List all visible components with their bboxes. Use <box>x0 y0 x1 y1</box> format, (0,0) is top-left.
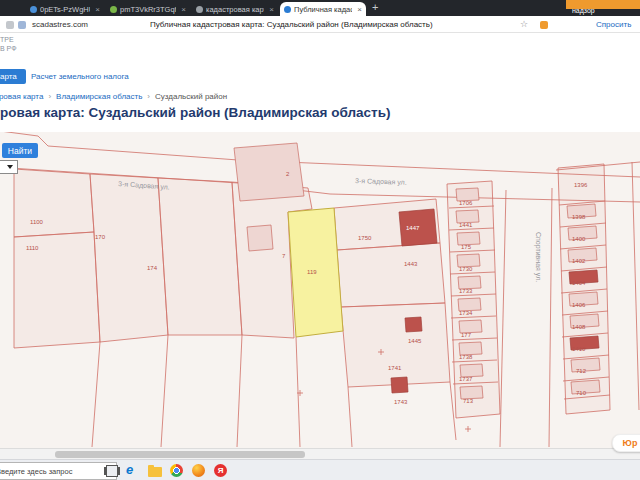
parcel-number-label: 1100 <box>30 219 44 225</box>
tab-favicon <box>196 6 203 13</box>
parcel-number-label: 1402 <box>572 258 586 264</box>
yandex-browser-icon[interactable]: Я <box>214 464 227 477</box>
browser-tab-3[interactable]: кадастровая карта сузд × <box>192 2 278 16</box>
url-text[interactable]: scadastres.com <box>32 20 88 29</box>
parcel-number-label: 119 <box>307 269 317 275</box>
screen: 0pETs-PzWgHUlEfVlaUc × pmT3VkRr3TGqhNzoU… <box>0 0 640 480</box>
building-shape <box>405 317 422 332</box>
boundary-line <box>632 162 639 410</box>
tab-favicon <box>110 6 117 13</box>
breadcrumb-item-region[interactable]: Владимирская область <box>56 92 142 101</box>
tab-close-icon[interactable]: × <box>181 5 186 14</box>
map-menu-button[interactable]: Карта <box>0 69 26 84</box>
tab-close-icon[interactable]: × <box>357 5 362 14</box>
boundary-line <box>296 337 300 447</box>
page-content: ТРЕ В РФ Карта Расчет земельного налога … <box>0 33 640 448</box>
windows-taskbar: e Я <box>0 459 640 480</box>
browser-tab-active[interactable]: Публичная кадастров × <box>280 2 366 16</box>
parcel-number-label: 1408 <box>572 324 586 330</box>
browser-tab-2[interactable]: pmT3VkRr3TGqhNzoUc × <box>106 2 190 16</box>
address-bar[interactable]: scadastres.com Публичная кадастровая кар… <box>0 16 640 33</box>
background-window-title: надзор <box>572 7 595 14</box>
tab-title: pmT3VkRr3TGqhNzoUc <box>120 5 176 14</box>
site-logo-text: В РФ <box>0 45 17 52</box>
boundary-line <box>161 335 168 447</box>
address-bar-page-title: Публичная кадастровая карта: Суздальский… <box>150 20 433 29</box>
parcel-number-label: 1750 <box>358 235 372 241</box>
task-view-icon[interactable] <box>106 465 118 477</box>
parcel-number-label: 1733 <box>459 288 473 294</box>
parcel-number-label: 1406 <box>572 302 586 308</box>
chat-widget-button[interactable]: Юр <box>612 434 640 452</box>
site-logo-text: ТРЕ <box>0 36 14 43</box>
ask-link[interactable]: Спросить <box>596 20 631 29</box>
boundary-line <box>92 342 100 447</box>
parcel-number-label: 1730 <box>459 266 473 272</box>
boundary-line <box>500 190 506 447</box>
parcel-number-label: 1404 <box>572 280 586 286</box>
browser-tab-1[interactable]: 0pETs-PzWgHUlEfVlaUc × <box>26 2 104 16</box>
parcel-number-label: 1110 <box>26 245 39 251</box>
tab-title: 0pETs-PzWgHUlEfVlaUc <box>40 5 90 14</box>
parcel-number-label: 1396 <box>574 182 588 188</box>
cadastral-map[interactable]: 3-я Садовая ул.3-я Садовая ул.Спортивная… <box>0 132 640 448</box>
search-type-select[interactable] <box>0 160 18 174</box>
page-title: Кадастровая карта: Суздальский район (Вл… <box>0 105 391 120</box>
taskbar-search-input[interactable] <box>0 462 117 480</box>
parcel-number-label: 1743 <box>394 399 408 405</box>
tab-favicon <box>30 6 37 13</box>
survey-mark <box>465 426 471 432</box>
boundary-line <box>549 188 552 447</box>
parcel-number-label: 1441 <box>459 222 473 228</box>
parcel-shape[interactable] <box>341 303 450 387</box>
browser-tab-strip: 0pETs-PzWgHUlEfVlaUc × pmT3VkRr3TGqhNzoU… <box>0 0 640 16</box>
extension-icon-orange[interactable] <box>540 21 548 29</box>
parcel-number-label: 712 <box>576 368 587 374</box>
find-button[interactable]: Найти <box>2 143 38 158</box>
breadcrumb-item-map[interactable]: Кадастровая карта <box>0 92 43 101</box>
tab-close-icon[interactable]: × <box>269 5 274 14</box>
breadcrumb-item-district: Суздальский район <box>155 92 227 101</box>
breadcrumb: Кадастровая карта › Владимирская область… <box>0 92 227 101</box>
parcel-number-label: 1737 <box>459 376 473 382</box>
building-shape <box>247 225 273 251</box>
horizontal-scrollbar[interactable] <box>0 448 640 459</box>
parcel-number-label: 710 <box>576 390 587 396</box>
parcel-number-label: 1706 <box>459 200 473 206</box>
parcel-number-label: 1741 <box>388 365 402 371</box>
parcel-shape[interactable] <box>14 169 94 237</box>
parcel-number-label: 170 <box>95 234 106 240</box>
parcel-number-label: 1443 <box>404 261 418 267</box>
building-shape <box>391 377 408 393</box>
tab-favicon <box>284 6 291 13</box>
building-shape <box>234 143 304 201</box>
parcel-shape[interactable] <box>337 243 445 307</box>
parcel-number-label: 175 <box>461 244 472 250</box>
tab-title: Публичная кадастров <box>294 5 352 14</box>
extension-icon[interactable] <box>18 21 26 29</box>
parcel-number-label: 1738 <box>459 354 473 360</box>
boundary-line <box>348 387 352 447</box>
scrollbar-thumb[interactable] <box>55 451 305 458</box>
parcel-shape[interactable] <box>158 178 242 335</box>
edge-browser-icon[interactable]: e <box>126 462 133 477</box>
parcel-number-label: 1400 <box>572 236 586 242</box>
parcel-number-label: 177 <box>461 332 472 338</box>
tab-close-icon[interactable]: × <box>95 5 100 14</box>
bookmark-star-icon[interactable]: ☆ <box>520 19 528 29</box>
file-explorer-icon[interactable] <box>148 467 162 477</box>
parcel-shape[interactable] <box>90 174 168 342</box>
street-name-label: 3-я Садовая ул. <box>355 177 407 187</box>
new-tab-icon[interactable]: + <box>372 1 378 13</box>
tax-calc-link[interactable]: Расчет земельного налога <box>31 72 129 81</box>
tab-title: кадастровая карта сузд <box>206 5 264 14</box>
breadcrumb-separator: › <box>48 92 51 101</box>
chrome-browser-icon[interactable] <box>170 464 183 477</box>
chevron-down-icon <box>7 165 13 169</box>
parcel-number-label: 1398 <box>572 214 586 220</box>
firefox-browser-icon[interactable] <box>192 464 205 477</box>
breadcrumb-separator: › <box>147 92 150 101</box>
extension-icon[interactable] <box>6 21 14 29</box>
parcel-number-label: 1447 <box>406 225 420 231</box>
parcel-number-label: 1410 <box>572 346 586 352</box>
